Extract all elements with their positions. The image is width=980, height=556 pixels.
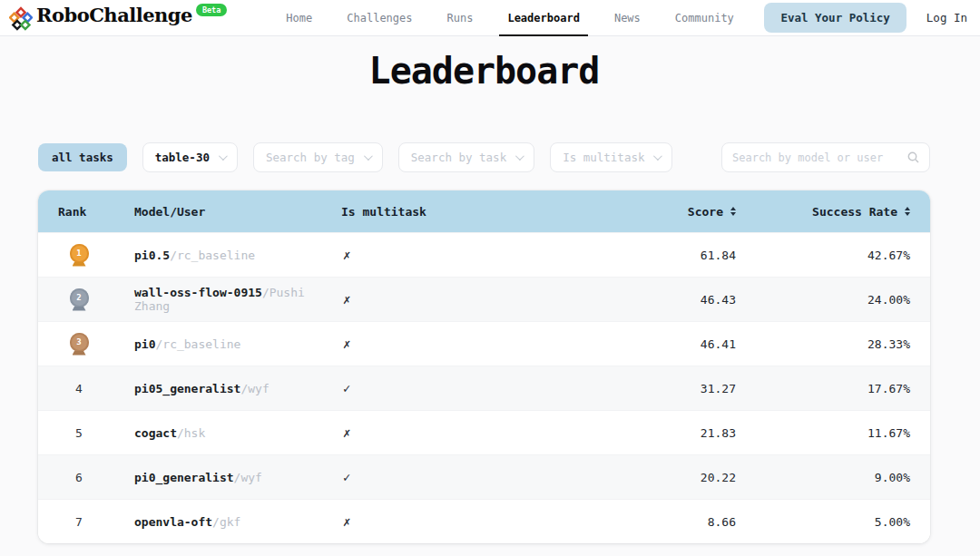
success-rate-cell: 9.00% xyxy=(736,471,910,484)
model-name: cogact xyxy=(134,426,177,440)
column-header-rank: Rank xyxy=(58,205,134,219)
user-name: /rc_baseline xyxy=(155,337,240,351)
task-group-value: table-30 xyxy=(155,151,210,164)
model-user-cell[interactable]: wall-oss-flow-0915/Pushi Zhang xyxy=(134,286,341,313)
score-cell: 31.27 xyxy=(568,382,736,395)
nav-link[interactable]: Leaderboard xyxy=(490,0,596,35)
model-user-cell[interactable]: pi0.5/rc_baseline xyxy=(134,249,341,262)
user-name: /wyf xyxy=(240,382,269,395)
search-icon xyxy=(907,151,919,163)
table-body: 1 pi0.5/rc_baseline ✗ 61.84 42.67% 2 wal… xyxy=(38,232,930,543)
task-group-dropdown[interactable]: table-30 xyxy=(142,142,238,172)
chevron-down-icon xyxy=(653,151,662,161)
nav-link[interactable]: Runs xyxy=(430,0,491,35)
model-user-cell[interactable]: pi0/rc_baseline xyxy=(134,337,341,351)
column-header-score-sort[interactable]: Score xyxy=(568,205,736,219)
model-name: pi0_generalist xyxy=(134,471,234,484)
model-search-input[interactable] xyxy=(732,151,907,164)
filter-bar: all tasks table-30 Search by tag Search … xyxy=(38,142,930,172)
rank-cell: 4 xyxy=(58,382,100,395)
score-cell: 8.66 xyxy=(568,515,736,529)
chevron-down-icon xyxy=(364,151,373,161)
column-header-is-multitask: Is multitask xyxy=(341,205,568,219)
score-cell: 46.41 xyxy=(568,337,736,351)
nav-link[interactable]: Community xyxy=(658,0,751,35)
rank-medal-badge: 1 xyxy=(70,244,89,263)
is-multitask-cell: ✗ xyxy=(341,248,568,262)
model-user-cell[interactable]: pi0_generalist/wyf xyxy=(134,471,341,484)
rank-medal-badge: 4 xyxy=(75,382,83,395)
success-rate-cell: 17.67% xyxy=(736,382,910,395)
model-name: pi05_generalist xyxy=(134,382,240,395)
nav-links: Home Challenges Runs Leaderboard News Co… xyxy=(269,0,750,35)
rank-cell: 6 xyxy=(58,471,100,484)
nav-link[interactable]: News xyxy=(597,0,658,35)
search-by-task-placeholder: Search by task xyxy=(411,151,506,164)
table-row[interactable]: 6 pi0_generalist/wyf ✓ 20.22 9.00% xyxy=(38,454,930,499)
table-row[interactable]: 5 cogact/hsk ✗ 21.83 11.67% xyxy=(38,410,930,454)
column-header-success-rate-sort[interactable]: Success Rate xyxy=(736,205,910,219)
model-name: pi0.5 xyxy=(134,249,170,262)
success-rate-cell: 11.67% xyxy=(736,426,910,440)
is-multitask-dropdown[interactable]: Is multitask xyxy=(550,142,672,172)
leaderboard-table: Rank Model/User Is multitask Score Succe… xyxy=(38,190,930,543)
brand-name: RoboChallenge xyxy=(36,4,192,26)
table-row[interactable]: 7 openvla-oft/gkf ✗ 8.66 5.00% xyxy=(38,499,930,543)
rank-cell: 2 xyxy=(58,288,100,311)
model-name: wall-oss-flow-0915 xyxy=(134,286,262,299)
is-multitask-placeholder: Is multitask xyxy=(563,151,644,164)
brand-logo[interactable]: RoboChallenge Beta xyxy=(9,4,227,32)
score-cell: 46.43 xyxy=(568,293,736,307)
search-by-task-dropdown[interactable]: Search by task xyxy=(398,142,534,172)
search-by-tag-placeholder: Search by tag xyxy=(266,151,355,164)
table-header-row: Rank Model/User Is multitask Score Succe… xyxy=(38,190,930,232)
score-cell: 61.84 xyxy=(568,249,736,262)
model-user-cell[interactable]: pi05_generalist/wyf xyxy=(134,382,341,395)
table-row[interactable]: 1 pi0.5/rc_baseline ✗ 61.84 42.67% xyxy=(38,232,930,277)
success-rate-cell: 24.00% xyxy=(736,293,910,307)
is-multitask-cell: ✗ xyxy=(341,514,568,529)
rank-medal-badge: 7 xyxy=(75,515,83,529)
nav-link[interactable]: Challenges xyxy=(329,0,429,35)
nav-right: Eval Your Policy Log In xyxy=(764,3,967,33)
is-multitask-cell: ✓ xyxy=(341,381,568,395)
rank-cell: 3 xyxy=(58,333,100,356)
page-title: Leaderboard xyxy=(38,50,930,92)
eval-your-policy-button[interactable]: Eval Your Policy xyxy=(764,3,906,33)
column-header-score-label: Score xyxy=(688,205,723,219)
rank-medal-badge: 6 xyxy=(75,471,83,484)
user-name: /wyf xyxy=(234,471,262,484)
user-name: /gkf xyxy=(212,515,240,529)
is-multitask-cell: ✗ xyxy=(341,425,568,440)
rank-medal-badge: 3 xyxy=(70,333,89,352)
model-search-field xyxy=(721,142,930,172)
nav-link[interactable]: Home xyxy=(269,0,329,35)
rank-medal-badge: 2 xyxy=(70,288,89,307)
score-cell: 21.83 xyxy=(568,426,736,440)
model-user-cell[interactable]: openvla-oft/gkf xyxy=(134,515,341,529)
rank-cell: 5 xyxy=(58,426,100,440)
model-name: openvla-oft xyxy=(134,515,212,529)
all-tasks-chip[interactable]: all tasks xyxy=(38,143,127,171)
chevron-down-icon xyxy=(219,151,228,161)
rank-cell: 1 xyxy=(58,244,100,267)
top-navigation-bar: RoboChallenge Beta Home Challenges Runs … xyxy=(0,0,980,36)
log-in-link[interactable]: Log In xyxy=(926,11,967,24)
success-rate-cell: 28.33% xyxy=(736,337,910,351)
search-by-tag-dropdown[interactable]: Search by tag xyxy=(253,142,383,172)
table-row[interactable]: 2 wall-oss-flow-0915/Pushi Zhang ✗ 46.43… xyxy=(38,277,930,321)
sort-arrows-icon xyxy=(905,207,910,217)
is-multitask-cell: ✗ xyxy=(341,337,568,351)
column-header-model-user: Model/User xyxy=(134,205,341,219)
is-multitask-cell: ✓ xyxy=(341,470,568,484)
column-header-success-rate-label: Success Rate xyxy=(812,205,897,219)
beta-badge: Beta xyxy=(196,4,227,16)
table-row[interactable]: 3 pi0/rc_baseline ✗ 46.41 28.33% xyxy=(38,321,930,366)
success-rate-cell: 5.00% xyxy=(736,515,910,529)
table-row[interactable]: 4 pi05_generalist/wyf ✓ 31.27 17.67% xyxy=(38,366,930,410)
score-cell: 20.22 xyxy=(568,471,736,484)
success-rate-cell: 42.67% xyxy=(736,249,910,262)
robochallenge-logo-icon xyxy=(9,6,33,32)
model-user-cell[interactable]: cogact/hsk xyxy=(134,426,341,440)
rank-medal-badge: 5 xyxy=(75,426,83,440)
